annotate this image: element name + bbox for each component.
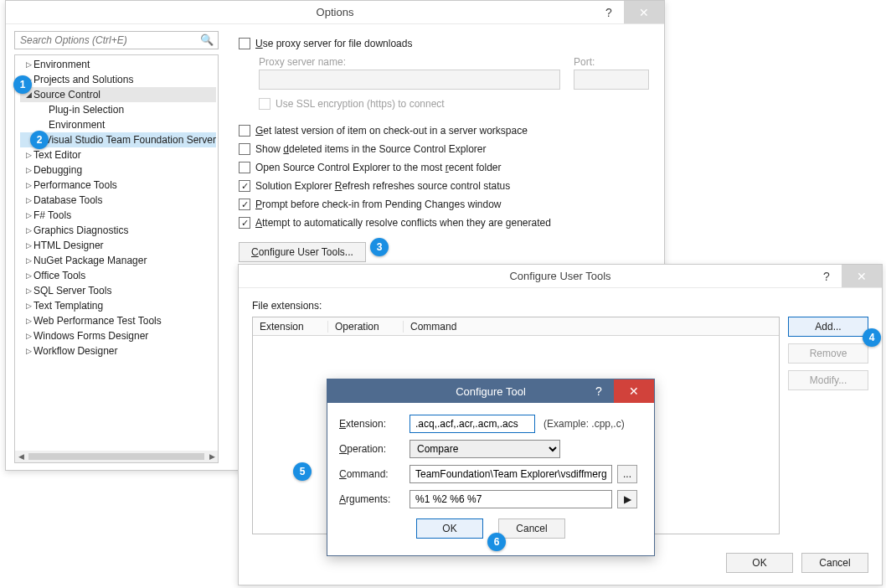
tree-item-label: SQL Server Tools <box>33 283 111 298</box>
ct-args-label: Arguments: <box>339 493 404 505</box>
tree-item[interactable]: ▷NuGet Package Manager <box>20 253 216 268</box>
help-icon[interactable]: ? <box>811 265 842 287</box>
use-proxy-label: se proxy server for file downloads <box>263 38 413 49</box>
ct-extension-input[interactable] <box>410 415 535 433</box>
add-button[interactable]: Add... <box>788 317 868 337</box>
scroll-thumb[interactable] <box>28 453 204 460</box>
tree-item[interactable]: Visual Studio Team Foundation Server <box>20 132 216 147</box>
cancel-button[interactable]: Cancel <box>801 553 868 573</box>
configure-tool-dialog: Configure Tool ? ✕ Extension: (Example: … <box>327 379 655 556</box>
checkbox-label: Solution Explorer Refresh refreshes sour… <box>255 180 510 192</box>
checkbox-icon: ✓ <box>239 199 250 210</box>
col-operation: Operation <box>328 321 404 333</box>
chevron-right-icon[interactable]: ▷ <box>23 238 33 253</box>
tree-item[interactable]: ▷HTML Designer <box>20 238 216 253</box>
chevron-right-icon[interactable]: ▷ <box>23 298 33 313</box>
tree-item[interactable]: ▷Windows Forms Designer <box>20 328 216 343</box>
ct-op-label: Operation: <box>339 443 404 455</box>
ct-arguments-input[interactable] <box>410 490 612 508</box>
tree-item-label: Web Performance Test Tools <box>33 313 162 328</box>
chevron-right-icon[interactable]: ▷ <box>23 72 33 87</box>
chevron-right-icon[interactable]: ▷ <box>23 283 33 298</box>
option-checkbox[interactable]: ✓Attempt to automatically resolve confli… <box>239 214 649 232</box>
checkbox-label: Open Source Control Explorer to the most… <box>255 162 502 173</box>
ct-titlebar[interactable]: Configure Tool ? ✕ <box>327 379 654 403</box>
use-proxy-checkbox[interactable]: Use proxy server for file downloads <box>239 34 649 53</box>
cancel-button[interactable]: Cancel <box>498 518 565 539</box>
checkbox-icon <box>259 98 270 110</box>
table-header: Extension Operation Command <box>253 317 779 336</box>
option-checkbox[interactable]: Open Source Control Explorer to the most… <box>239 158 649 177</box>
tree-item[interactable]: Plug-in Selection <box>20 102 216 117</box>
proxy-server-input <box>259 70 560 90</box>
cut-title: Configure User Tools <box>509 270 610 282</box>
ct-command-input[interactable] <box>410 465 612 483</box>
tree-item-label: Visual Studio Team Foundation Server <box>45 132 216 147</box>
option-checkbox[interactable]: Get latest version of item on check-out … <box>239 121 649 140</box>
help-icon[interactable]: ? <box>584 379 614 403</box>
tree-item[interactable]: ▷Projects and Solutions <box>20 72 216 87</box>
chevron-right-icon[interactable]: ▷ <box>23 57 33 72</box>
file-extensions-label: File extensions: <box>252 300 868 312</box>
chevron-right-icon[interactable]: ▷ <box>23 162 33 178</box>
tree-item[interactable]: ▷Database Tools <box>20 193 216 208</box>
checkbox-icon: ✓ <box>239 180 250 192</box>
scroll-right-icon[interactable]: ▶ <box>206 451 218 462</box>
tree-item[interactable]: ▷Office Tools <box>20 268 216 283</box>
chevron-right-icon[interactable]: ▷ <box>23 223 33 238</box>
chevron-right-icon[interactable]: ▷ <box>23 208 33 223</box>
checkbox-label: Show ddeleted items in the Source Contro… <box>255 143 487 155</box>
close-icon[interactable]: ✕ <box>842 265 882 287</box>
chevron-right-icon[interactable]: ▷ <box>23 328 33 343</box>
ok-button[interactable]: OK <box>416 518 483 539</box>
tree-item-label: Projects and Solutions <box>33 72 133 87</box>
tree-item[interactable]: ▷F# Tools <box>20 208 216 223</box>
chevron-right-icon[interactable]: ▷ <box>23 343 33 358</box>
ct-ext-label: Extension: <box>339 418 404 430</box>
tree-item[interactable]: ▷Graphics Diagnostics <box>20 223 216 238</box>
tree-item-label: HTML Designer <box>33 238 104 253</box>
tree-item[interactable]: ▷Workflow Designer <box>20 343 216 358</box>
tree-item[interactable]: ▷Text Editor <box>20 147 216 162</box>
proxy-server-label: Proxy server name: <box>259 56 560 68</box>
close-icon[interactable]: ✕ <box>624 1 664 23</box>
chevron-right-icon[interactable]: ▷ <box>23 268 33 283</box>
search-input[interactable] <box>14 31 219 49</box>
tree-item-label: Text Editor <box>33 147 81 162</box>
chevron-right-icon[interactable]: ▷ <box>23 147 33 162</box>
tree-item-label: Graphics Diagnostics <box>33 223 128 238</box>
chevron-right-icon[interactable]: ▷ <box>23 178 33 193</box>
scroll-left-icon[interactable]: ◀ <box>15 451 27 462</box>
ok-button[interactable]: OK <box>726 553 793 573</box>
options-titlebar[interactable]: Options ? ✕ <box>6 1 664 24</box>
tree-item[interactable]: ▷Performance Tools <box>20 178 216 193</box>
option-checkbox[interactable]: ✓Prompt before check-in from Pending Cha… <box>239 195 649 214</box>
tree-item[interactable]: ▷Text Templating <box>20 298 216 313</box>
chevron-right-icon[interactable]: ▷ <box>23 193 33 208</box>
tree-item-label: Plug-in Selection <box>49 102 124 117</box>
option-checkbox[interactable]: ✓Solution Explorer Refresh refreshes sou… <box>239 177 649 195</box>
tree-item[interactable]: ▷Web Performance Test Tools <box>20 313 216 328</box>
ct-operation-select[interactable]: Compare <box>410 440 560 458</box>
help-icon[interactable]: ? <box>594 1 624 23</box>
checkbox-label: Attempt to automatically resolve conflic… <box>255 217 551 229</box>
chevron-down-icon[interactable]: ◢ <box>23 87 33 102</box>
close-icon[interactable]: ✕ <box>614 379 654 403</box>
ssl-label: Use SSL encryption (https) to connect <box>276 98 445 110</box>
chevron-right-icon[interactable]: ▷ <box>23 253 33 268</box>
ct-ext-note: (Example: .cpp,.c) <box>535 418 625 430</box>
configure-user-tools-button[interactable]: Configure User Tools... <box>239 242 366 262</box>
tree-hscroll[interactable]: ◀ ▶ <box>15 451 218 462</box>
tree-item[interactable]: ▷SQL Server Tools <box>20 283 216 298</box>
tree-item[interactable]: ◢Source Control <box>20 87 216 102</box>
checkbox-label: Get latest version of item on check-out … <box>255 125 528 137</box>
checkbox-icon: ✓ <box>239 217 250 229</box>
args-menu-button[interactable]: ▶ <box>617 490 637 508</box>
tree-item[interactable]: Environment <box>20 117 216 132</box>
tree-item[interactable]: ▷Debugging <box>20 162 216 178</box>
cut-titlebar[interactable]: Configure User Tools ? ✕ <box>239 265 882 288</box>
browse-button[interactable]: ... <box>617 465 637 483</box>
option-checkbox[interactable]: Show ddeleted items in the Source Contro… <box>239 140 649 158</box>
tree-item[interactable]: ▷Environment <box>20 57 216 72</box>
chevron-right-icon[interactable]: ▷ <box>23 313 33 328</box>
